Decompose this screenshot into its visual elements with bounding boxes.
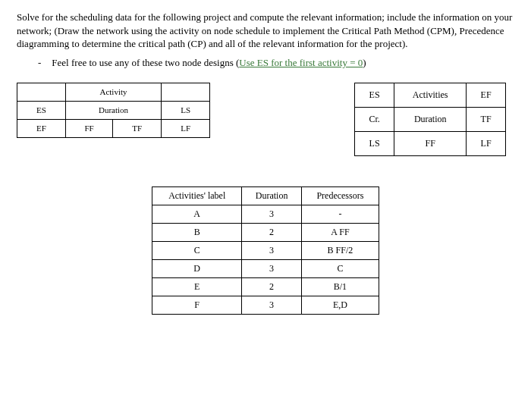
bullet-suffix: ) (363, 57, 366, 68)
cell-duration: 3 (242, 241, 301, 259)
hdr-pred: Predecessors (301, 186, 379, 205)
table-row: E 2 B/1 (152, 277, 379, 296)
nodeB-lf: LF (467, 131, 506, 155)
cell-pred: B FF/2 (301, 241, 379, 259)
nodeB-duration: Duration (394, 107, 467, 131)
nodeA-lf: LF (162, 119, 210, 137)
cell-label: D (152, 259, 242, 277)
nodeA-ff: FF (65, 119, 113, 137)
node-design-a: Activity ES Duration LS EF FF TF LF (17, 83, 210, 138)
bullet-green: Use ES for the first activity = 0 (239, 57, 363, 68)
nodeB-ef: EF (467, 83, 506, 107)
nodeB-ls: LS (355, 131, 394, 155)
table-row: C 3 B FF/2 (152, 241, 379, 259)
cell-pred: B/1 (301, 277, 379, 296)
nodeA-ef: EF (17, 119, 66, 137)
activities-table: Activities' label Duration Predecessors … (152, 186, 379, 315)
hdr-label: Activities' label (152, 186, 242, 205)
table-row: B 2 A FF (152, 223, 379, 241)
node-design-b: ES Activities EF Cr. Duration TF LS FF L… (354, 83, 506, 156)
table-row: A 3 - (152, 205, 379, 223)
hdr-duration: Duration (242, 186, 301, 205)
cell-label: E (152, 277, 242, 296)
intro-paragraph: Solve for the scheduling data for the fo… (17, 11, 514, 51)
nodeB-ff: FF (394, 131, 467, 155)
bullet-dash: - (38, 57, 41, 69)
table-row: F 3 E,D (152, 296, 379, 314)
nodeB-cr: Cr. (355, 107, 394, 131)
cell-duration: 3 (242, 296, 301, 314)
nodeA-activity: Activity (65, 83, 161, 101)
cell-pred: A FF (301, 223, 379, 241)
nodeA-blank1 (17, 83, 66, 101)
nodeA-duration: Duration (65, 101, 161, 119)
nodeA-tf: TF (113, 119, 162, 137)
nodeB-es: ES (355, 83, 394, 107)
cell-label: B (152, 223, 242, 241)
bullet-text: Feel free to use any of these two node d… (52, 57, 366, 69)
nodeB-tf: TF (467, 107, 506, 131)
table-row: D 3 C (152, 259, 379, 277)
cell-label: C (152, 241, 242, 259)
bullet-line: - Feel free to use any of these two node… (38, 57, 514, 69)
cell-duration: 3 (242, 205, 301, 223)
nodeA-blank2 (162, 83, 210, 101)
nodeA-es: ES (17, 101, 66, 119)
cell-pred: C (301, 259, 379, 277)
cell-duration: 3 (242, 259, 301, 277)
activities-table-wrap: Activities' label Duration Predecessors … (17, 186, 514, 315)
node-designs-row: Activity ES Duration LS EF FF TF LF ES A… (17, 83, 514, 156)
nodeB-activities: Activities (394, 83, 467, 107)
cell-duration: 2 (242, 277, 301, 296)
cell-pred: - (301, 205, 379, 223)
cell-label: F (152, 296, 242, 314)
cell-label: A (152, 205, 242, 223)
cell-duration: 2 (242, 223, 301, 241)
cell-pred: E,D (301, 296, 379, 314)
nodeA-ls: LS (162, 101, 210, 119)
bullet-prefix: Feel free to use any of these two node d… (52, 57, 239, 68)
